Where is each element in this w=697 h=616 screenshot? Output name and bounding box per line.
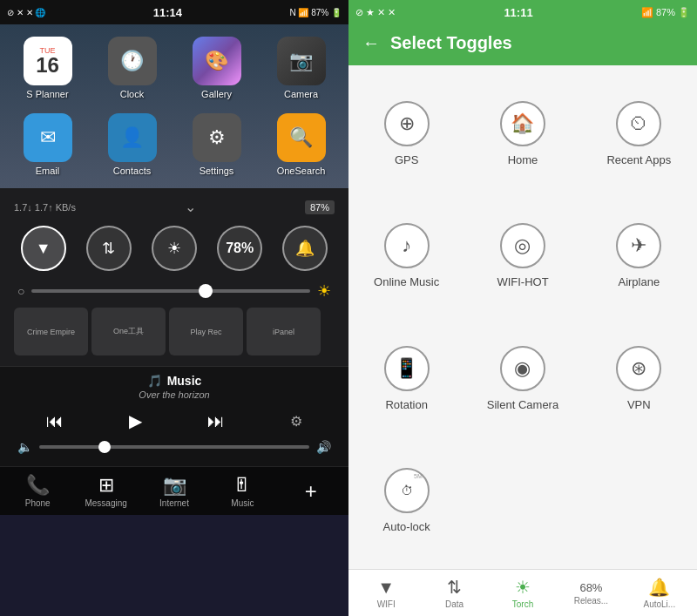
app-camera[interactable]: 📷 Camera	[261, 31, 342, 105]
recent-crime-empire[interactable]: Crime Empire	[14, 308, 88, 355]
dock-add[interactable]: +	[277, 479, 345, 504]
prev-button[interactable]: ⏮	[46, 411, 64, 431]
next-button[interactable]: ⏭	[207, 411, 225, 431]
right-time: 11:11	[504, 6, 532, 19]
page-title: Select Toggles	[390, 33, 512, 53]
swipe-handle: ⌄	[185, 199, 196, 215]
toggle-online-music[interactable]: ♪ Online Music	[348, 195, 464, 318]
camera-label: Camera	[284, 89, 318, 99]
toggle-airplane[interactable]: ✈ Airplane	[581, 195, 697, 318]
toggles-grid: ⊕ GPS 🏠 Home ⏲ Recent Apps ♪ Online Musi…	[348, 65, 697, 569]
sound-icon: 🔔	[295, 239, 315, 258]
app-grid: Tue 16 S Planner 🕐 Clock 🎨 Gallery 📷 Cam…	[0, 24, 348, 188]
wifi-toggle[interactable]: ▼	[21, 226, 66, 271]
left-status-bar: ⊘ ✕ ✕ 🌐 11:14 N 📶 87% 🔋	[0, 0, 348, 24]
toggle-recent-apps[interactable]: ⏲ Recent Apps	[581, 72, 697, 195]
left-status-icons: ⊘ ✕ ✕ 🌐	[7, 8, 45, 17]
toggle-autolock[interactable]: 5M· ⏱ Auto-lock	[348, 440, 464, 563]
music-title: Music	[167, 374, 202, 388]
app-contacts[interactable]: 👤 Contacts	[91, 108, 173, 181]
recent-one-tool[interactable]: One工具	[91, 308, 166, 355]
music-dock-label: Music	[231, 498, 254, 508]
dock-music[interactable]: 🎚 Music	[208, 474, 276, 508]
dock-internet[interactable]: 📷 Internet	[140, 474, 208, 508]
brightness-toggle[interactable]: ☀	[152, 226, 197, 271]
toggle-rotation[interactable]: 📱 Rotation	[348, 317, 464, 440]
home-icon-circle: 🏠	[500, 101, 545, 146]
recent-play-rec[interactable]: Play Rec	[169, 308, 243, 355]
music-title-row: 🎵 Music	[14, 374, 335, 388]
silent-camera-label: Silent Camera	[487, 398, 558, 411]
play-button[interactable]: ▶	[129, 410, 142, 431]
bottom-torch-label: Torch	[512, 599, 533, 609]
contacts-icon: 👤	[108, 113, 157, 162]
left-right-icons: N 📶 87% 🔋	[289, 8, 342, 17]
bottom-data-label: Data	[445, 599, 464, 609]
brightness-row: ○ ☀	[7, 278, 342, 304]
battery-toggle[interactable]: 78%	[217, 226, 262, 271]
app-clock[interactable]: 🕐 Clock	[91, 31, 173, 105]
music-dock-icon: 🎚	[233, 474, 252, 497]
toggle-vpn[interactable]: ⊛ VPN	[581, 317, 697, 440]
data-toggle[interactable]: ⇅	[86, 226, 132, 271]
settings-label: Settings	[200, 166, 234, 176]
brightness-slider[interactable]	[31, 289, 310, 293]
left-panel: ⊘ ✕ ✕ 🌐 11:14 N 📶 87% 🔋 Tue 16 S Planner…	[0, 0, 348, 616]
recent-apps-strip: Crime Empire One工具 Play Rec iPanel	[7, 304, 342, 359]
bottom-release[interactable]: 68% Releas...	[557, 581, 625, 606]
email-icon: ✉	[24, 113, 72, 162]
camera-icon: 📷	[277, 37, 326, 85]
music-settings-button[interactable]: ⚙	[290, 413, 302, 430]
right-bottom-bar: ▼ WIFI ⇅ Data ☀ Torch 68% Releas... 🔔 Au…	[348, 569, 697, 616]
volume-high-icon: 🔊	[316, 440, 331, 454]
recent-apps-icon-circle: ⏲	[616, 101, 661, 146]
recent-ipanel[interactable]: iPanel	[247, 308, 321, 355]
messaging-icon: ⊞	[98, 474, 114, 497]
app-onesearch[interactable]: 🔍 OneSearch	[261, 108, 342, 181]
music-section: 🎵 Music Over the horizon ⏮ ▶ ⏭ ⚙ 🔈 🔊	[0, 366, 348, 466]
bottom-wifi-label: WIFI	[377, 599, 396, 609]
bottom-autoli[interactable]: 🔔 AutoLi...	[626, 577, 694, 609]
right-status-bar: ⊘ ★ ✕ ✕ 11:11 📶 87% 🔋	[348, 0, 697, 24]
music-controls: ⏮ ▶ ⏭ ⚙	[14, 407, 335, 435]
rotation-icon-circle: 📱	[384, 346, 430, 391]
gps-icon-circle: ⊕	[384, 101, 430, 146]
messaging-label: Messaging	[85, 498, 126, 508]
volume-knob[interactable]	[98, 441, 111, 453]
left-time: 11:14	[153, 6, 182, 19]
bottom-wifi-icon: ▼	[377, 578, 395, 598]
clock-label: Clock	[120, 89, 145, 99]
back-button[interactable]: ←	[362, 33, 380, 53]
bottom-torch[interactable]: ☀ Torch	[489, 577, 557, 609]
battery-pct-label: 78%	[226, 240, 254, 256]
toggle-wifi-hot[interactable]: ◎ WIFI-HOT	[464, 195, 580, 318]
toggle-silent-camera[interactable]: ◉ Silent Camera	[464, 317, 580, 440]
gallery-icon: 🎨	[193, 37, 241, 85]
volume-slider[interactable]	[39, 445, 309, 449]
rotation-label: Rotation	[385, 398, 427, 411]
bottom-release-label: Releas...	[574, 596, 608, 606]
bottom-dock: 📞 Phone ⊞ Messaging 📷 Internet 🎚 Music +	[0, 466, 348, 515]
bottom-data[interactable]: ⇅ Data	[420, 577, 488, 609]
app-settings[interactable]: ⚙ Settings	[176, 108, 257, 181]
online-music-icon-circle: ♪	[384, 223, 430, 268]
app-email[interactable]: ✉ Email	[7, 108, 88, 181]
toggle-home[interactable]: 🏠 Home	[464, 72, 580, 195]
wifi-icon: ▼	[36, 240, 51, 258]
splanner-label: S Planner	[26, 89, 68, 99]
email-label: Email	[36, 166, 60, 176]
dock-phone[interactable]: 📞 Phone	[3, 474, 71, 508]
brightness-knob[interactable]	[199, 284, 213, 298]
app-splanner[interactable]: Tue 16 S Planner	[7, 31, 88, 105]
bright-icon: ☀	[317, 281, 331, 301]
toggle-gps[interactable]: ⊕ GPS	[348, 72, 464, 195]
splanner-icon: Tue 16	[24, 37, 72, 85]
dock-messaging[interactable]: ⊞ Messaging	[71, 474, 139, 508]
autolock-label: Auto-lock	[383, 520, 430, 533]
dim-icon: ○	[17, 284, 24, 298]
music-note-icon: 🎵	[147, 374, 162, 388]
app-gallery[interactable]: 🎨 Gallery	[176, 31, 257, 105]
sound-toggle[interactable]: 🔔	[282, 226, 328, 271]
bottom-wifi[interactable]: ▼ WIFI	[352, 578, 420, 609]
online-music-label: Online Music	[374, 275, 439, 288]
